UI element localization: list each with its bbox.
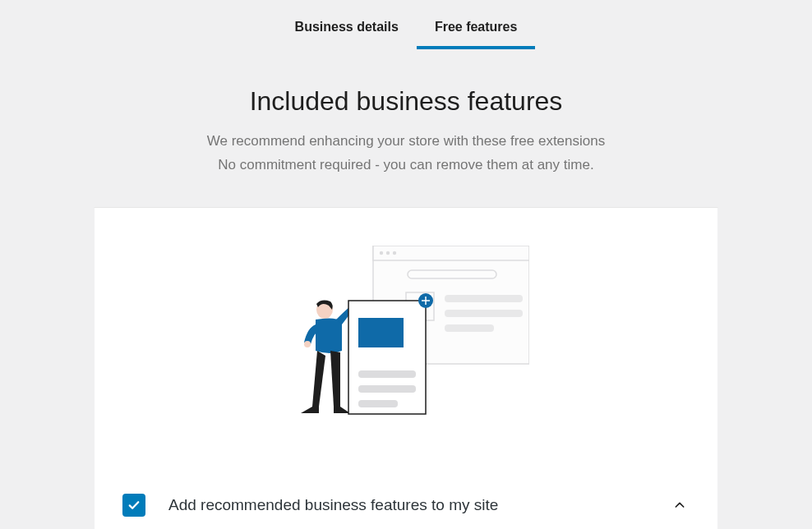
features-illustration — [95, 208, 717, 418]
svg-point-12 — [304, 341, 311, 347]
svg-rect-7 — [445, 295, 523, 302]
recommended-features-checkbox[interactable] — [122, 494, 145, 517]
svg-rect-14 — [358, 318, 404, 347]
svg-point-3 — [386, 251, 390, 255]
svg-point-2 — [380, 251, 383, 255]
step-tabs: Business details Free features — [0, 0, 812, 49]
features-card: Add recommended business features to my … — [94, 207, 718, 529]
svg-rect-1 — [373, 246, 529, 260]
header-section: Included business features We recommend … — [0, 86, 812, 177]
svg-point-4 — [393, 251, 396, 255]
svg-rect-20 — [358, 400, 398, 407]
subtitle-line-2: No commitment required - you can remove … — [0, 154, 812, 177]
chevron-up-icon — [673, 499, 686, 512]
tab-label: Business details — [295, 20, 399, 34]
tab-free-features[interactable]: Free features — [417, 12, 536, 49]
svg-rect-18 — [358, 370, 416, 378]
svg-rect-8 — [445, 310, 523, 317]
tab-business-details[interactable]: Business details — [277, 12, 417, 49]
accordion-header[interactable]: Add recommended business features to my … — [95, 482, 717, 528]
page-title: Included business features — [0, 86, 812, 117]
check-icon — [127, 498, 141, 513]
illustration-icon — [283, 246, 529, 418]
subtitle-line-1: We recommend enhancing your store with t… — [0, 130, 812, 154]
accordion-toggle[interactable] — [670, 495, 690, 515]
svg-rect-19 — [358, 385, 416, 393]
page-subtitle: We recommend enhancing your store with t… — [0, 130, 812, 177]
accordion-label: Add recommended business features to my … — [168, 496, 670, 514]
tab-label: Free features — [435, 20, 518, 34]
svg-rect-13 — [348, 301, 426, 414]
svg-rect-9 — [445, 324, 494, 332]
